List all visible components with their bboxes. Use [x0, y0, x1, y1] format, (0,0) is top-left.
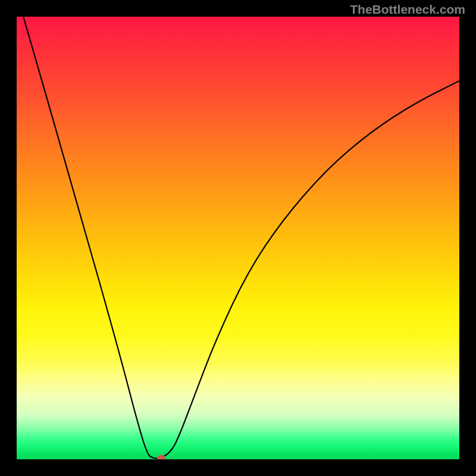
curve-svg [17, 17, 459, 459]
plot-area [17, 17, 459, 459]
watermark-text: TheBottleneck.com [350, 2, 465, 17]
curve-line [23, 17, 459, 459]
minimum-marker-dot [157, 455, 165, 459]
